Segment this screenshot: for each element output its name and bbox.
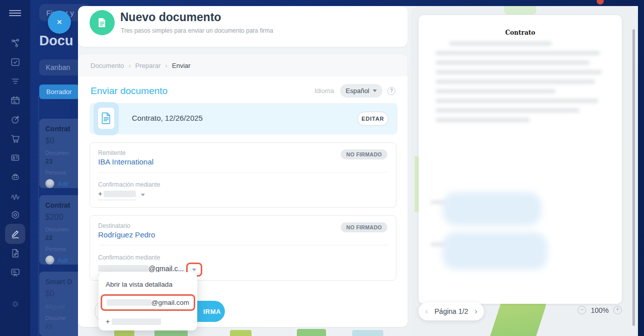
confirmation-label: Confirmación mediante: [98, 254, 160, 261]
settings-icon[interactable]: [5, 294, 25, 314]
zoom-level: 100%: [591, 306, 609, 314]
scrollbar[interactable]: [632, 29, 635, 326]
document-page[interactable]: Contrato: [419, 15, 622, 304]
breadcrumb-step-documento[interactable]: Documento: [91, 62, 124, 69]
confirmation-label: Confirmación mediante: [98, 181, 160, 188]
menu-item-phone[interactable]: +: [106, 317, 161, 325]
zoom-out-icon[interactable]: −: [578, 306, 586, 314]
language-label: Idioma: [314, 87, 334, 95]
avatar: [45, 256, 54, 265]
help-icon[interactable]: ?: [387, 87, 395, 95]
sender-name-link[interactable]: IBA International: [98, 157, 153, 166]
redacted-phone: [104, 191, 136, 197]
scribble-icon[interactable]: [5, 186, 25, 206]
email-suffix: @gmail.com: [151, 299, 189, 306]
page-navigator: ‹ Página 1/2 ›: [419, 302, 484, 320]
divider: [98, 245, 388, 245]
signature-field-blurred: [443, 192, 541, 225]
phone-prefix: +: [106, 317, 110, 325]
decor-shape: [230, 330, 252, 336]
bot-icon[interactable]: [5, 166, 25, 187]
sidebar-nav: [0, 0, 30, 336]
email-suffix: @gmail.c...: [148, 265, 184, 273]
sender-card: Remitente IBA International NO FIRMADO C…: [90, 142, 396, 208]
chevron-down-icon[interactable]: [141, 194, 145, 196]
decor-shape: [297, 329, 326, 336]
next-page-icon[interactable]: ›: [474, 306, 477, 316]
redacted-phone: [112, 318, 161, 325]
editor-icon[interactable]: [5, 224, 25, 244]
signature-field-blurred: [443, 232, 547, 270]
modal-subtitle: Tres pasos simples para enviar un docume…: [121, 27, 273, 34]
goals-icon[interactable]: [5, 109, 25, 129]
zoom-controls: − 100% +: [578, 306, 622, 314]
decor-shape: [504, 6, 536, 15]
edit-button[interactable]: EDITAR: [357, 112, 388, 126]
redacted-email: [107, 299, 151, 306]
status-badge: NO FIRMADO: [341, 149, 387, 159]
phone-prefix: +: [98, 190, 102, 198]
decor-shape: [352, 330, 383, 336]
document-preview-panel: Contrato ‹ Página 1/2 › −: [411, 6, 638, 336]
chevron-right-icon: ›: [128, 62, 130, 69]
chevron-right-icon: ›: [165, 62, 167, 69]
breadcrumb-step-preparar[interactable]: Preparar: [135, 62, 161, 69]
sender-role-label: Remitente: [98, 149, 126, 156]
redacted-email: [98, 265, 148, 272]
cart-icon[interactable]: [5, 128, 25, 148]
document-icon: [90, 10, 115, 35]
status-badge: NO FIRMADO: [341, 222, 387, 232]
zoom-in-icon[interactable]: +: [613, 306, 622, 314]
card-person: Adr: [57, 257, 68, 264]
workflow-icon[interactable]: [5, 33, 25, 53]
language-value: Español: [346, 87, 369, 95]
presentation-icon[interactable]: [5, 262, 25, 282]
breadcrumb: Documento › Preparar › Enviar: [78, 54, 408, 76]
tasks-icon[interactable]: [5, 52, 25, 72]
page-title: Docu: [39, 33, 73, 49]
document-blurred-text: [436, 41, 607, 127]
close-icon[interactable]: ×: [48, 11, 71, 34]
avatar: [45, 179, 54, 188]
recipient-role-label: Destinatario: [98, 222, 130, 229]
card-person: Adr: [57, 180, 68, 188]
column-badge-borrador: Borrador: [39, 85, 79, 99]
modal-title: Nuevo documento: [120, 11, 221, 24]
document-edit-icon[interactable]: [5, 243, 25, 263]
menu-icon[interactable]: [9, 9, 21, 18]
modal-header: Nuevo documento Tres pasos simples para …: [78, 6, 408, 47]
document-file-icon: [98, 108, 114, 129]
notification-badge: [597, 0, 604, 5]
language-select[interactable]: Español: [340, 84, 382, 98]
document-tile: [94, 102, 119, 135]
document-page-title: Contrato: [419, 29, 622, 36]
section-title: Enviar documento: [91, 86, 168, 97]
app-screen: Firmar y Docu Kanban Borrador Contrat $0…: [0, 0, 644, 336]
divider: [98, 172, 388, 173]
document-name: Contrato, 12/26/2025: [132, 114, 203, 122]
menu-item-email-highlighted[interactable]: @gmail.com: [101, 294, 195, 311]
recipient-card: Destinatario Rodríguez Pedro NO FIRMADO …: [90, 215, 396, 281]
recipient-name-link[interactable]: Rodríguez Pedro: [98, 230, 155, 239]
breadcrumb-step-enviar: Enviar: [172, 62, 191, 69]
calendar-icon[interactable]: [5, 90, 25, 110]
previous-page-icon[interactable]: ‹: [425, 306, 428, 316]
sender-phone-value[interactable]: +: [98, 190, 136, 200]
filter-icon[interactable]: [5, 71, 25, 91]
menu-item-detail-view[interactable]: Abrir la vista detallada: [106, 281, 173, 288]
page-indicator: Página 1/2: [435, 307, 468, 315]
chevron-down-icon: [373, 90, 377, 92]
confirmation-dropdown-menu: Abrir la vista detallada @gmail.com +: [99, 272, 197, 330]
contacts-icon[interactable]: [5, 147, 25, 167]
document-summary-bar: Contrato, 12/26/2025 EDITAR: [90, 103, 397, 134]
hexagon-icon[interactable]: [5, 205, 25, 225]
chevron-down-icon: [192, 269, 196, 271]
